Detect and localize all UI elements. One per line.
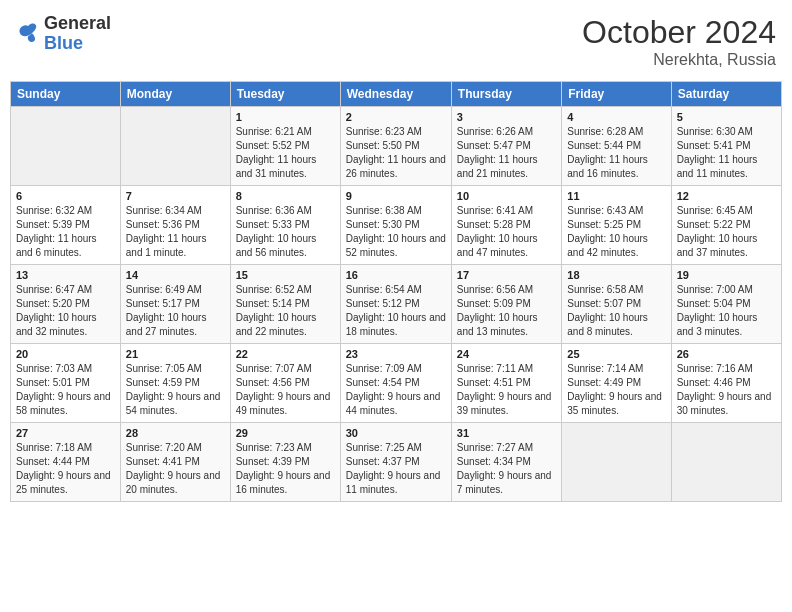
calendar-cell: 1Sunrise: 6:21 AM Sunset: 5:52 PM Daylig… bbox=[230, 107, 340, 186]
day-info: Sunrise: 7:07 AM Sunset: 4:56 PM Dayligh… bbox=[236, 362, 335, 418]
location-title: Nerekhta, Russia bbox=[582, 51, 776, 69]
logo-bird-icon bbox=[16, 22, 40, 46]
day-number: 1 bbox=[236, 111, 335, 123]
calendar-cell: 13Sunrise: 6:47 AM Sunset: 5:20 PM Dayli… bbox=[11, 265, 121, 344]
calendar-cell: 12Sunrise: 6:45 AM Sunset: 5:22 PM Dayli… bbox=[671, 186, 781, 265]
day-info: Sunrise: 6:36 AM Sunset: 5:33 PM Dayligh… bbox=[236, 204, 335, 260]
calendar-cell: 3Sunrise: 6:26 AM Sunset: 5:47 PM Daylig… bbox=[451, 107, 561, 186]
day-info: Sunrise: 7:16 AM Sunset: 4:46 PM Dayligh… bbox=[677, 362, 776, 418]
calendar-week-row: 1Sunrise: 6:21 AM Sunset: 5:52 PM Daylig… bbox=[11, 107, 782, 186]
calendar-cell: 9Sunrise: 6:38 AM Sunset: 5:30 PM Daylig… bbox=[340, 186, 451, 265]
calendar-cell: 7Sunrise: 6:34 AM Sunset: 5:36 PM Daylig… bbox=[120, 186, 230, 265]
logo-blue: Blue bbox=[44, 34, 111, 54]
calendar-cell: 30Sunrise: 7:25 AM Sunset: 4:37 PM Dayli… bbox=[340, 423, 451, 502]
day-number: 13 bbox=[16, 269, 115, 281]
day-number: 9 bbox=[346, 190, 446, 202]
day-number: 7 bbox=[126, 190, 225, 202]
day-info: Sunrise: 6:34 AM Sunset: 5:36 PM Dayligh… bbox=[126, 204, 225, 260]
day-info: Sunrise: 7:14 AM Sunset: 4:49 PM Dayligh… bbox=[567, 362, 665, 418]
day-number: 30 bbox=[346, 427, 446, 439]
calendar-cell: 21Sunrise: 7:05 AM Sunset: 4:59 PM Dayli… bbox=[120, 344, 230, 423]
day-info: Sunrise: 7:23 AM Sunset: 4:39 PM Dayligh… bbox=[236, 441, 335, 497]
calendar-cell: 29Sunrise: 7:23 AM Sunset: 4:39 PM Dayli… bbox=[230, 423, 340, 502]
calendar-week-row: 6Sunrise: 6:32 AM Sunset: 5:39 PM Daylig… bbox=[11, 186, 782, 265]
day-number: 21 bbox=[126, 348, 225, 360]
day-number: 19 bbox=[677, 269, 776, 281]
day-number: 6 bbox=[16, 190, 115, 202]
day-info: Sunrise: 6:21 AM Sunset: 5:52 PM Dayligh… bbox=[236, 125, 335, 181]
calendar-cell: 18Sunrise: 6:58 AM Sunset: 5:07 PM Dayli… bbox=[562, 265, 671, 344]
calendar-cell: 19Sunrise: 7:00 AM Sunset: 5:04 PM Dayli… bbox=[671, 265, 781, 344]
day-number: 4 bbox=[567, 111, 665, 123]
day-number: 2 bbox=[346, 111, 446, 123]
weekday-header: Friday bbox=[562, 82, 671, 107]
calendar-table: SundayMondayTuesdayWednesdayThursdayFrid… bbox=[10, 81, 782, 502]
day-info: Sunrise: 7:11 AM Sunset: 4:51 PM Dayligh… bbox=[457, 362, 556, 418]
day-info: Sunrise: 6:30 AM Sunset: 5:41 PM Dayligh… bbox=[677, 125, 776, 181]
day-info: Sunrise: 7:05 AM Sunset: 4:59 PM Dayligh… bbox=[126, 362, 225, 418]
calendar-cell: 28Sunrise: 7:20 AM Sunset: 4:41 PM Dayli… bbox=[120, 423, 230, 502]
day-info: Sunrise: 7:25 AM Sunset: 4:37 PM Dayligh… bbox=[346, 441, 446, 497]
day-info: Sunrise: 7:20 AM Sunset: 4:41 PM Dayligh… bbox=[126, 441, 225, 497]
logo-general: General bbox=[44, 14, 111, 34]
calendar-cell: 27Sunrise: 7:18 AM Sunset: 4:44 PM Dayli… bbox=[11, 423, 121, 502]
calendar-cell: 26Sunrise: 7:16 AM Sunset: 4:46 PM Dayli… bbox=[671, 344, 781, 423]
day-info: Sunrise: 7:00 AM Sunset: 5:04 PM Dayligh… bbox=[677, 283, 776, 339]
calendar-cell: 23Sunrise: 7:09 AM Sunset: 4:54 PM Dayli… bbox=[340, 344, 451, 423]
day-number: 29 bbox=[236, 427, 335, 439]
calendar-week-row: 20Sunrise: 7:03 AM Sunset: 5:01 PM Dayli… bbox=[11, 344, 782, 423]
weekday-header: Monday bbox=[120, 82, 230, 107]
day-info: Sunrise: 6:38 AM Sunset: 5:30 PM Dayligh… bbox=[346, 204, 446, 260]
calendar-cell: 15Sunrise: 6:52 AM Sunset: 5:14 PM Dayli… bbox=[230, 265, 340, 344]
day-number: 3 bbox=[457, 111, 556, 123]
day-info: Sunrise: 6:58 AM Sunset: 5:07 PM Dayligh… bbox=[567, 283, 665, 339]
page-header: General Blue October 2024 Nerekhta, Russ… bbox=[10, 10, 782, 73]
day-info: Sunrise: 6:47 AM Sunset: 5:20 PM Dayligh… bbox=[16, 283, 115, 339]
day-info: Sunrise: 7:09 AM Sunset: 4:54 PM Dayligh… bbox=[346, 362, 446, 418]
day-number: 31 bbox=[457, 427, 556, 439]
day-number: 12 bbox=[677, 190, 776, 202]
calendar-cell: 25Sunrise: 7:14 AM Sunset: 4:49 PM Dayli… bbox=[562, 344, 671, 423]
weekday-header: Wednesday bbox=[340, 82, 451, 107]
day-number: 20 bbox=[16, 348, 115, 360]
day-number: 10 bbox=[457, 190, 556, 202]
weekday-header: Sunday bbox=[11, 82, 121, 107]
calendar-cell: 20Sunrise: 7:03 AM Sunset: 5:01 PM Dayli… bbox=[11, 344, 121, 423]
calendar-cell: 10Sunrise: 6:41 AM Sunset: 5:28 PM Dayli… bbox=[451, 186, 561, 265]
day-info: Sunrise: 6:28 AM Sunset: 5:44 PM Dayligh… bbox=[567, 125, 665, 181]
calendar-cell: 6Sunrise: 6:32 AM Sunset: 5:39 PM Daylig… bbox=[11, 186, 121, 265]
calendar-week-row: 13Sunrise: 6:47 AM Sunset: 5:20 PM Dayli… bbox=[11, 265, 782, 344]
day-info: Sunrise: 6:32 AM Sunset: 5:39 PM Dayligh… bbox=[16, 204, 115, 260]
day-number: 18 bbox=[567, 269, 665, 281]
day-info: Sunrise: 6:54 AM Sunset: 5:12 PM Dayligh… bbox=[346, 283, 446, 339]
day-info: Sunrise: 6:41 AM Sunset: 5:28 PM Dayligh… bbox=[457, 204, 556, 260]
day-number: 17 bbox=[457, 269, 556, 281]
day-info: Sunrise: 7:03 AM Sunset: 5:01 PM Dayligh… bbox=[16, 362, 115, 418]
day-info: Sunrise: 6:45 AM Sunset: 5:22 PM Dayligh… bbox=[677, 204, 776, 260]
day-number: 23 bbox=[346, 348, 446, 360]
logo: General Blue bbox=[16, 14, 111, 54]
calendar-cell: 22Sunrise: 7:07 AM Sunset: 4:56 PM Dayli… bbox=[230, 344, 340, 423]
calendar-cell bbox=[562, 423, 671, 502]
title-block: October 2024 Nerekhta, Russia bbox=[582, 14, 776, 69]
day-number: 8 bbox=[236, 190, 335, 202]
calendar-cell: 11Sunrise: 6:43 AM Sunset: 5:25 PM Dayli… bbox=[562, 186, 671, 265]
month-title: October 2024 bbox=[582, 14, 776, 51]
calendar-header-row: SundayMondayTuesdayWednesdayThursdayFrid… bbox=[11, 82, 782, 107]
day-info: Sunrise: 6:52 AM Sunset: 5:14 PM Dayligh… bbox=[236, 283, 335, 339]
calendar-cell: 17Sunrise: 6:56 AM Sunset: 5:09 PM Dayli… bbox=[451, 265, 561, 344]
day-number: 5 bbox=[677, 111, 776, 123]
day-number: 28 bbox=[126, 427, 225, 439]
weekday-header: Saturday bbox=[671, 82, 781, 107]
calendar-cell: 24Sunrise: 7:11 AM Sunset: 4:51 PM Dayli… bbox=[451, 344, 561, 423]
day-info: Sunrise: 7:18 AM Sunset: 4:44 PM Dayligh… bbox=[16, 441, 115, 497]
calendar-cell: 5Sunrise: 6:30 AM Sunset: 5:41 PM Daylig… bbox=[671, 107, 781, 186]
weekday-header: Thursday bbox=[451, 82, 561, 107]
calendar-cell bbox=[11, 107, 121, 186]
day-info: Sunrise: 6:56 AM Sunset: 5:09 PM Dayligh… bbox=[457, 283, 556, 339]
calendar-week-row: 27Sunrise: 7:18 AM Sunset: 4:44 PM Dayli… bbox=[11, 423, 782, 502]
day-number: 27 bbox=[16, 427, 115, 439]
day-number: 16 bbox=[346, 269, 446, 281]
calendar-cell: 8Sunrise: 6:36 AM Sunset: 5:33 PM Daylig… bbox=[230, 186, 340, 265]
day-number: 25 bbox=[567, 348, 665, 360]
